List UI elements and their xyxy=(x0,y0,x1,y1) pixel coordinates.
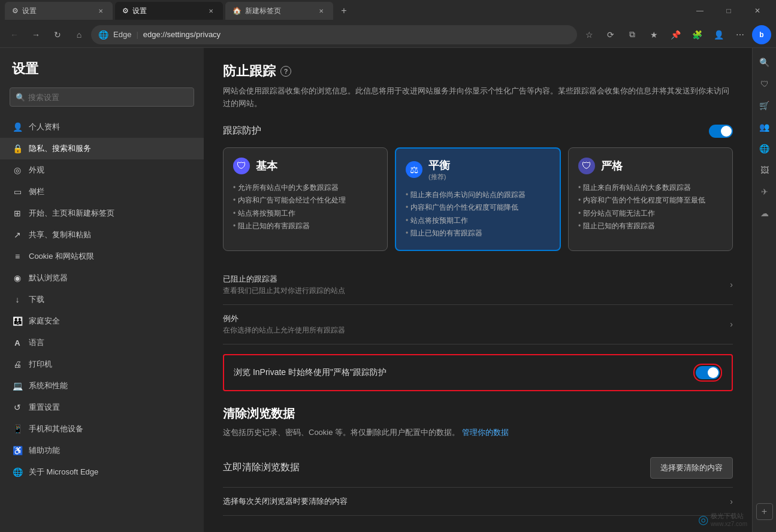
tab-1[interactable]: ⚙ 设置 ✕ xyxy=(5,2,113,20)
sidebar-item-appearance[interactable]: ◎ 外观 xyxy=(0,159,204,181)
forward-button[interactable]: → xyxy=(26,25,46,44)
exceptions-label: 例外 xyxy=(223,313,345,324)
sidebar-item-accessibility[interactable]: ♿ 辅助功能 xyxy=(0,440,204,461)
tab-1-close[interactable]: ✕ xyxy=(96,6,105,16)
sidebar-item-system[interactable]: 💻 系统和性能 xyxy=(0,375,204,397)
exceptions-chevron: › xyxy=(730,319,733,329)
inprivate-label: 浏览 InPrivate 时始终使用"严格"跟踪防护 xyxy=(234,367,387,378)
manage-data-link[interactable]: 管理你的数据 xyxy=(462,428,509,437)
exceptions-row[interactable]: 例外 在你选择的站点上允许使用所有跟踪器 › xyxy=(223,305,733,344)
toggle-thumb xyxy=(721,126,732,137)
sidebar-item-profile-label: 个人资料 xyxy=(29,122,60,132)
basic-feature-3: 站点将按预期工作 xyxy=(233,207,378,220)
strict-card[interactable]: 🛡 严格 阻止来自所有站点的大多数跟踪器 内容和广告的个性化程度可能降至最低 部… xyxy=(568,147,733,251)
address-text: edge://settings/privacy xyxy=(143,30,221,39)
address-brand: Edge xyxy=(113,30,131,39)
sidebar-item-profile[interactable]: 👤 个人资料 xyxy=(0,116,204,138)
tracking-title: 防止跟踪 ? xyxy=(223,62,733,80)
sidebar: 设置 🔍 👤 个人资料 🔒 隐私、搜索和服务 ◎ 外观 ▭ 侧栏 ⊞ 开始、主页… xyxy=(0,48,204,532)
blocked-trackers-row[interactable]: 已阻止的跟踪器 查看我们已阻止其对你进行跟踪的站点 › xyxy=(223,265,733,305)
balanced-feature-4: 阻止已知的有害跟踪器 xyxy=(406,227,550,240)
sidebar-item-mobile[interactable]: 📱 手机和其他设备 xyxy=(0,418,204,440)
address-bar[interactable]: 🌐 Edge | edge://settings/privacy xyxy=(91,25,577,44)
privacy-icon: 🔒 xyxy=(12,143,23,154)
strict-card-features: 阻止来自所有站点的大多数跟踪器 内容和广告的个性化程度可能降至最低 部分站点可能… xyxy=(578,182,723,233)
balanced-card-features: 阻止来自你尚未访问的站点的跟踪器 内容和广告的个性化程度可能降低 站点将按预期工… xyxy=(406,189,550,240)
basic-card-header: 🛡 基本 xyxy=(233,158,378,174)
clear-on-close-label: 选择每次关闭浏览器时要清除的内容 xyxy=(223,496,348,507)
titlebar: ⚙ 设置 ✕ ⚙ 设置 ✕ 🏠 新建标签页 ✕ + — □ ✕ xyxy=(0,0,776,22)
add-panel-button[interactable]: + xyxy=(756,503,773,520)
sidebar-item-privacy[interactable]: 🔒 隐私、搜索和服务 xyxy=(0,138,204,159)
home-button[interactable]: ⌂ xyxy=(70,25,89,44)
tab-2-close[interactable]: ✕ xyxy=(206,6,216,16)
sidebar-item-privacy-label: 隐私、搜索和服务 xyxy=(29,143,91,154)
maximize-button[interactable]: □ xyxy=(715,2,742,19)
exceptions-sub: 在你选择的站点上允许使用所有跟踪器 xyxy=(223,325,345,335)
inprivate-toggle-thumb xyxy=(708,367,718,378)
inprivate-toggle-border xyxy=(693,364,722,382)
clear-on-close-row[interactable]: 选择每次关闭浏览器时要清除的内容 › xyxy=(223,488,733,516)
extensions-icon[interactable]: 🧩 xyxy=(687,25,706,44)
sidebar-item-reset-label: 重置设置 xyxy=(29,402,60,413)
bing-button[interactable]: b xyxy=(752,25,771,44)
inprivate-toggle[interactable] xyxy=(696,366,720,379)
basic-feature-1: 允许所有站点中的大多数跟踪器 xyxy=(233,182,378,195)
sidebar-item-share[interactable]: ↗ 共享、复制和粘贴 xyxy=(0,224,204,246)
refresh-button[interactable]: ↻ xyxy=(48,25,67,44)
basic-card[interactable]: 🛡 基本 允许所有站点中的大多数跟踪器 内容和广告可能会经过个性化处理 站点将按… xyxy=(223,147,388,251)
sidebar-item-default-browser[interactable]: ◉ 默认浏览器 xyxy=(0,267,204,289)
sidebar-item-print[interactable]: 🖨 打印机 xyxy=(0,353,204,375)
shield-button[interactable]: 🛡 xyxy=(755,74,774,93)
sidebar-search-container: 🔍 xyxy=(10,87,194,107)
reset-icon: ↺ xyxy=(12,402,23,413)
system-icon: 💻 xyxy=(12,380,23,391)
close-button[interactable]: ✕ xyxy=(744,2,771,19)
tracking-toggle[interactable] xyxy=(709,125,733,138)
search-input[interactable] xyxy=(10,87,194,107)
sidebar-item-cookies[interactable]: ≡ Cookie 和网站权限 xyxy=(0,246,204,267)
profile-icon[interactable]: 👤 xyxy=(709,25,728,44)
zoom-in-button[interactable]: 🔍 xyxy=(755,53,774,72)
clear-now-label: 立即清除浏览数据 xyxy=(223,461,300,474)
sidebar-item-sidebar[interactable]: ▭ 侧栏 xyxy=(0,181,204,202)
sidebar-item-language[interactable]: A 语言 xyxy=(0,332,204,353)
cloud-button[interactable]: ☁ xyxy=(755,204,774,223)
collections-icon[interactable]: ⟳ xyxy=(601,25,620,44)
help-icon[interactable]: ? xyxy=(280,66,291,77)
tab-3[interactable]: 🏠 新建标签页 ✕ xyxy=(225,2,333,20)
sidebar-item-start[interactable]: ⊞ 开始、主页和新建标签页 xyxy=(0,202,204,224)
sidebar-item-start-label: 开始、主页和新建标签页 xyxy=(29,208,114,219)
tab-3-close[interactable]: ✕ xyxy=(316,6,326,16)
tab-2-icon: ⚙ xyxy=(122,7,129,15)
new-tab-button[interactable]: + xyxy=(336,2,352,19)
sidebar-item-about[interactable]: 🌐 关于 Microsoft Edge xyxy=(0,461,204,483)
tracking-title-text: 防止跟踪 xyxy=(223,62,276,80)
image-button[interactable]: 🖼 xyxy=(755,161,774,180)
start-icon: ⊞ xyxy=(12,208,23,219)
sidebar-item-downloads[interactable]: ↓ 下载 xyxy=(0,289,204,310)
main-layout: 设置 🔍 👤 个人资料 🔒 隐私、搜索和服务 ◎ 外观 ▭ 侧栏 ⊞ 开始、主页… xyxy=(0,48,776,532)
sidebar-item-print-label: 打印机 xyxy=(29,359,52,370)
more-button[interactable]: ⋯ xyxy=(730,25,750,44)
send-button[interactable]: ✈ xyxy=(755,182,774,201)
people-button[interactable]: 👥 xyxy=(755,117,774,137)
tab-2[interactable]: ⚙ 设置 ✕ xyxy=(115,2,223,20)
minimize-button[interactable]: — xyxy=(686,2,714,19)
back-button[interactable]: ← xyxy=(5,25,24,44)
sidebar-item-reset[interactable]: ↺ 重置设置 xyxy=(0,397,204,418)
globe-button[interactable]: 🌐 xyxy=(755,139,774,158)
balanced-card[interactable]: ⚖ 平衡 (推荐) 阻止来自你尚未访问的站点的跟踪器 内容和广告的个性化程度可能… xyxy=(395,147,561,251)
about-icon: 🌐 xyxy=(12,467,23,477)
balanced-feature-2: 内容和广告的个性化程度可能降低 xyxy=(406,201,550,214)
pin-icon[interactable]: 📌 xyxy=(666,25,685,44)
sidebar-item-family[interactable]: 👪 家庭安全 xyxy=(0,310,204,332)
clear-now-button[interactable]: 选择要清除的内容 xyxy=(650,457,733,479)
favorite-star-icon[interactable]: ★ xyxy=(644,25,663,44)
balanced-card-subtitle: (推荐) xyxy=(428,173,450,182)
split-screen-icon[interactable]: ⧉ xyxy=(623,25,642,44)
mobile-icon: 📱 xyxy=(12,424,23,434)
favorites-icon[interactable]: ☆ xyxy=(579,25,599,44)
basket-button[interactable]: 🛒 xyxy=(755,96,774,115)
inprivate-row: 浏览 InPrivate 时始终使用"严格"跟踪防护 xyxy=(223,354,733,391)
